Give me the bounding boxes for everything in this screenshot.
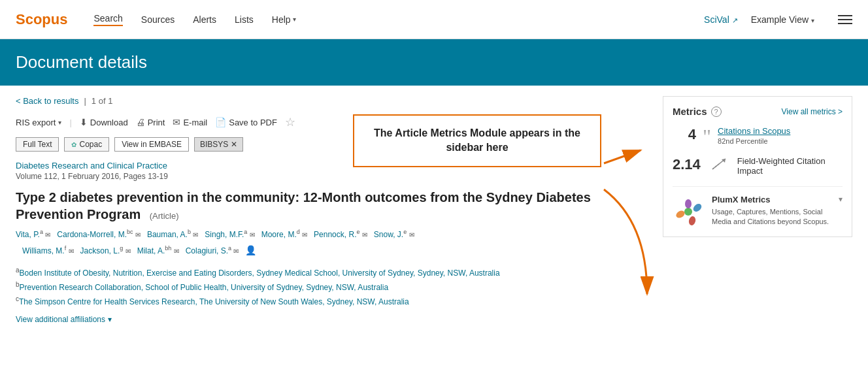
author-bauman[interactable]: Bauman, A.b xyxy=(147,230,191,239)
citations-number: 4 xyxy=(673,126,696,143)
plumx-header-row: PlumX Metrics ▾ xyxy=(712,195,843,204)
author-person-icon: 👤 xyxy=(245,245,256,255)
author-williams[interactable]: Williams, M.f xyxy=(22,246,66,255)
metrics-box: Metrics ? View all metrics > 4 " Citatio… xyxy=(663,96,852,237)
nav-lists[interactable]: Lists xyxy=(235,14,254,25)
author-moore[interactable]: Moore, M.d xyxy=(261,230,300,239)
breadcrumb-position: 1 of 1 xyxy=(92,96,113,106)
chevron-down-icon: ▾ xyxy=(108,315,112,324)
fwci-number: 2.14 xyxy=(673,156,701,173)
author-cardona-morrell[interactable]: Cardona-Morrell, M.bc xyxy=(57,230,133,239)
fwci-icon xyxy=(707,156,731,172)
nav-example-view[interactable]: Example View ▾ xyxy=(751,14,814,25)
author-milat[interactable]: Milat, A.bh xyxy=(137,246,172,255)
page-title: Document details xyxy=(16,52,852,73)
bookmark-star-icon[interactable]: ☆ xyxy=(285,115,295,129)
fwci-label: Field-Weighted Citation Impact xyxy=(737,156,826,176)
svg-marker-1 xyxy=(722,159,726,163)
svg-point-5 xyxy=(675,209,686,219)
svg-line-2 xyxy=(712,164,719,169)
plumx-sublabel: Usage, Captures, Mentions, Social Media … xyxy=(712,207,843,227)
nav-scival[interactable]: SciVal ↗ xyxy=(704,14,738,25)
affiliation-c: cThe Simpson Centre for Health Services … xyxy=(16,294,650,308)
journal-meta: Volume 112, 1 February 2016, Pages 13-19 xyxy=(16,172,650,181)
quote-icon: " xyxy=(703,129,711,146)
author-jackson[interactable]: Jackson, L.g xyxy=(80,246,124,255)
scival-external-icon: ↗ xyxy=(732,16,738,24)
hamburger-line-3 xyxy=(838,23,852,24)
nav-sources[interactable]: Sources xyxy=(141,14,175,25)
email-icon: ✉ xyxy=(173,117,180,127)
breadcrumb-separator: | xyxy=(84,96,86,106)
affil-link-c[interactable]: The Simpson Centre for Health Services R… xyxy=(19,297,409,306)
plumx-icon-svg xyxy=(673,195,705,227)
svg-point-6 xyxy=(688,216,696,226)
affiliation-b: bPrevention Research Collaboration, Scho… xyxy=(16,280,650,294)
plumx-details: PlumX Metrics ▾ Usage, Captures, Mention… xyxy=(712,195,843,227)
plumx-chevron-icon[interactable]: ▾ xyxy=(839,195,843,204)
fwci-arrows-svg xyxy=(710,156,728,172)
header: Scopus Search Sources Alerts Lists Help … xyxy=(0,0,868,39)
citations-metric-row: 4 " Citations in Scopus 82nd Percentile xyxy=(673,126,843,146)
citations-label-link[interactable]: Citations in Scopus xyxy=(718,126,790,136)
ris-export-button[interactable]: RIS export ▾ xyxy=(16,118,61,127)
nav-help[interactable]: Help ▾ xyxy=(272,14,296,25)
metrics-title: Metrics xyxy=(673,106,707,117)
copac-button[interactable]: ✿ Copac xyxy=(64,137,109,152)
hamburger-line-1 xyxy=(838,15,852,16)
citations-percentile: 82nd Percentile xyxy=(718,137,843,145)
download-button[interactable]: ⬇ Download xyxy=(80,117,128,127)
article-type: (Article) xyxy=(150,211,179,221)
full-text-button[interactable]: Full Text xyxy=(16,137,59,152)
citations-details: Citations in Scopus 82nd Percentile xyxy=(718,126,843,145)
fwci-metric-row: 2.14 Field-Weighted Citation Impact xyxy=(673,156,843,176)
svg-point-4 xyxy=(685,199,692,208)
author-singh[interactable]: Singh, M.F.a xyxy=(205,230,247,239)
affiliation-a: aBoden Institute of Obesity, Nutrition, … xyxy=(16,265,650,280)
copac-icon: ✿ xyxy=(71,141,76,148)
plumx-icon-container xyxy=(673,195,705,227)
bibsys-badge[interactable]: BIBSYS ✕ xyxy=(194,137,243,152)
annotation-overlay: The Article Metrics Module appears in th… xyxy=(353,114,601,167)
main-nav: Search Sources Alerts Lists Help ▾ xyxy=(93,13,704,26)
view-in-embase-button[interactable]: View in EMBASE xyxy=(114,137,189,152)
author-vita[interactable]: Vita, P.a xyxy=(16,230,43,239)
affiliations: aBoden Institute of Obesity, Nutrition, … xyxy=(16,265,650,309)
right-sidebar: Metrics ? View all metrics > 4 " Citatio… xyxy=(663,96,852,324)
scopus-logo: Scopus xyxy=(16,11,67,28)
print-icon: 🖨 xyxy=(136,117,145,127)
affil-link-b[interactable]: Prevention Research Collaboration, Schoo… xyxy=(20,283,389,292)
help-dropdown-icon: ▾ xyxy=(293,16,296,23)
back-to-results-link[interactable]: < Back to results xyxy=(16,96,78,106)
metrics-header: Metrics ? View all metrics > xyxy=(673,106,843,117)
download-icon: ⬇ xyxy=(80,117,88,127)
save-pdf-button[interactable]: 📄 Save to PDF xyxy=(215,117,277,127)
author-snow[interactable]: Snow, J.e xyxy=(374,230,407,239)
email-button[interactable]: ✉ E-mail xyxy=(173,117,207,127)
authors: Vita, P.a ✉ Cardona-Morrell, M.bc ✉ Baum… xyxy=(16,227,650,259)
metrics-title-row: Metrics ? xyxy=(673,106,722,117)
plumx-label: PlumX Metrics xyxy=(712,195,771,204)
article-title: Type 2 diabetes prevention in the commun… xyxy=(16,189,650,223)
annotation-box: The Article Metrics Module appears in th… xyxy=(353,114,601,167)
nav-right: SciVal ↗ Example View ▾ xyxy=(704,14,852,25)
nav-alerts[interactable]: Alerts xyxy=(193,14,216,25)
affil-link-a[interactable]: Boden Institute of Obesity, Nutrition, E… xyxy=(20,268,500,278)
hamburger-line-2 xyxy=(838,19,852,20)
nav-search[interactable]: Search xyxy=(93,13,122,26)
hamburger-menu[interactable] xyxy=(838,15,852,24)
ris-export-dropdown-icon: ▾ xyxy=(58,119,61,126)
example-view-dropdown-icon: ▾ xyxy=(811,17,814,24)
page-title-bar: Document details xyxy=(0,39,868,86)
svg-point-3 xyxy=(684,208,692,216)
pdf-icon: 📄 xyxy=(215,117,226,127)
author-colagiuri[interactable]: Colagiuri, S.a xyxy=(186,246,231,255)
view-affiliations-link[interactable]: View additional affiliations ▾ xyxy=(16,315,650,324)
plumx-row: PlumX Metrics ▾ Usage, Captures, Mention… xyxy=(673,186,843,227)
metrics-help-icon[interactable]: ? xyxy=(711,106,722,117)
toolbar-sep-1: | xyxy=(69,118,71,127)
print-button[interactable]: 🖨 Print xyxy=(136,117,165,127)
fwci-details: Field-Weighted Citation Impact xyxy=(737,156,843,176)
view-all-metrics-link[interactable]: View all metrics > xyxy=(782,107,843,116)
author-pennock[interactable]: Pennock, R.e xyxy=(314,230,359,239)
